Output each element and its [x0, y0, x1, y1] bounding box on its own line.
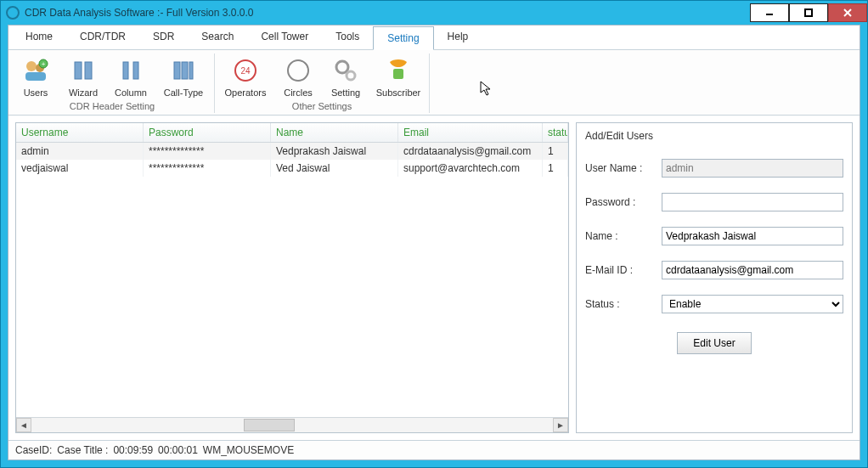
edit-user-button[interactable]: Edit User: [677, 332, 751, 354]
col-password[interactable]: Password: [144, 123, 271, 142]
col-username[interactable]: Username: [16, 123, 144, 142]
ribbon-operators-label: Operators: [225, 87, 267, 98]
cell-status: 1: [543, 160, 568, 177]
ribbon-group-cdrheader: + Users Wizard Column Call-Type: [10, 54, 215, 113]
ribbon-group-other: 24 Operators Circles Setting Subscriber: [215, 54, 430, 113]
svg-point-19: [336, 61, 348, 73]
ribbon-column[interactable]: Column: [107, 54, 155, 99]
table-row[interactable]: admin ************** Vedprakash Jaiswal …: [16, 143, 568, 160]
password-field[interactable]: [662, 193, 843, 211]
ribbon-setting-label: Setting: [331, 87, 360, 98]
app-icon: [6, 6, 20, 20]
ribbon-calltype[interactable]: Call-Type: [155, 54, 212, 99]
scroll-right-icon[interactable]: ►: [553, 418, 568, 432]
svg-rect-1: [805, 9, 812, 16]
operators-icon: 24: [232, 57, 259, 84]
ribbon-wizard-label: Wizard: [69, 87, 98, 98]
scroll-left-icon[interactable]: ◄: [16, 418, 31, 432]
menu-setting[interactable]: Setting: [373, 26, 433, 50]
ribbon-users[interactable]: + Users: [12, 54, 59, 99]
svg-rect-14: [182, 62, 188, 79]
label-password: Password :: [585, 196, 662, 208]
user-grid: Username Password Name Email status admi…: [15, 122, 569, 433]
col-status[interactable]: status: [543, 123, 568, 142]
svg-text:24: 24: [240, 66, 251, 76]
circles-icon: [285, 57, 312, 84]
label-name: Name :: [585, 230, 662, 242]
svg-rect-12: [133, 62, 138, 79]
table-row[interactable]: vedjaiswal ************** Ved Jaiswal su…: [16, 160, 568, 177]
ribbon-group-empty: [430, 54, 858, 113]
cell-password: **************: [144, 143, 271, 160]
svg-rect-10: [85, 62, 92, 79]
menu-cdrtdr[interactable]: CDR/TDR: [66, 25, 139, 49]
maximize-button[interactable]: [789, 3, 828, 22]
svg-point-4: [26, 61, 37, 71]
cell-username: vedjaiswal: [16, 160, 144, 177]
cell-password: **************: [144, 160, 271, 177]
window-title: CDR Data Analysis Software :- Full Versi…: [25, 7, 253, 19]
svg-rect-15: [189, 62, 193, 79]
ribbon-wizard[interactable]: Wizard: [59, 54, 107, 99]
ribbon-circles[interactable]: Circles: [274, 54, 322, 99]
form-title: Add/Edit Users: [585, 130, 843, 159]
menu-sdr[interactable]: SDR: [139, 25, 188, 49]
ribbon-setting[interactable]: Setting: [322, 54, 369, 99]
minimize-button[interactable]: [750, 3, 789, 22]
ribbon-calltype-label: Call-Type: [164, 87, 203, 98]
label-email: E-Mail ID :: [585, 264, 662, 276]
cell-email: cdrdataanalysis@gmail.com: [398, 143, 543, 160]
ribbon-users-label: Users: [24, 87, 48, 98]
status-casetitle-label: Case Title :: [57, 444, 108, 456]
ribbon-group-label-0: CDR Header Setting: [70, 99, 155, 111]
svg-rect-9: [75, 62, 82, 79]
col-name[interactable]: Name: [271, 123, 398, 142]
col-email[interactable]: Email: [398, 123, 543, 142]
wizard-icon: [70, 57, 97, 84]
svg-rect-11: [123, 62, 128, 79]
status-time1: 00:09:59: [113, 444, 153, 456]
cell-name: Ved Jaiswal: [271, 160, 398, 177]
svg-rect-13: [174, 62, 180, 79]
cell-name: Vedprakash Jaiswal: [271, 143, 398, 160]
cell-email: support@avarchtech.com: [398, 160, 543, 177]
status-select[interactable]: Enable Disable: [662, 295, 843, 313]
ribbon-circles-label: Circles: [284, 87, 313, 98]
email-field[interactable]: [662, 261, 843, 279]
menubar: Home CDR/TDR SDR Search Cell Tower Tools…: [8, 25, 860, 50]
cell-status: 1: [543, 143, 568, 160]
ribbon-group-label-1: Other Settings: [292, 99, 352, 111]
column-icon: [117, 57, 144, 84]
ribbon-subscriber-label: Subscriber: [376, 87, 421, 98]
add-edit-user-form: Add/Edit Users User Name : Password : Na…: [576, 122, 853, 433]
username-field[interactable]: [662, 159, 843, 178]
ribbon-operators[interactable]: 24 Operators: [217, 54, 274, 99]
ribbon: + Users Wizard Column Call-Type: [8, 50, 860, 116]
menu-search[interactable]: Search: [188, 25, 247, 49]
statusbar: CaseID: Case Title : 00:09:59 00:00:01 W…: [8, 440, 860, 460]
label-username: User Name :: [585, 162, 662, 174]
titlebar[interactable]: CDR Data Analysis Software :- Full Versi…: [1, 1, 867, 25]
menu-help[interactable]: Help: [434, 25, 482, 49]
status-event: WM_MOUSEMOVE: [203, 444, 294, 456]
calltype-icon: [170, 57, 197, 84]
svg-point-20: [347, 71, 355, 80]
scroll-thumb[interactable]: [244, 419, 295, 431]
ribbon-subscriber[interactable]: Subscriber: [369, 54, 427, 99]
scroll-track[interactable]: [31, 418, 553, 432]
status-time2: 00:00:01: [158, 444, 198, 456]
ribbon-column-label: Column: [115, 87, 147, 98]
users-icon: +: [22, 57, 49, 84]
menu-tools[interactable]: Tools: [322, 25, 373, 49]
svg-rect-21: [393, 69, 403, 79]
status-caseid-label: CaseID:: [15, 444, 52, 456]
menu-home[interactable]: Home: [12, 25, 66, 49]
close-button[interactable]: [828, 3, 867, 22]
name-field[interactable]: [662, 227, 843, 245]
setting-icon: [332, 57, 359, 84]
horizontal-scrollbar[interactable]: ◄ ►: [16, 417, 568, 432]
svg-rect-6: [25, 72, 46, 81]
menu-celltower[interactable]: Cell Tower: [247, 25, 322, 49]
cell-username: admin: [16, 143, 144, 160]
subscriber-icon: [385, 57, 412, 84]
